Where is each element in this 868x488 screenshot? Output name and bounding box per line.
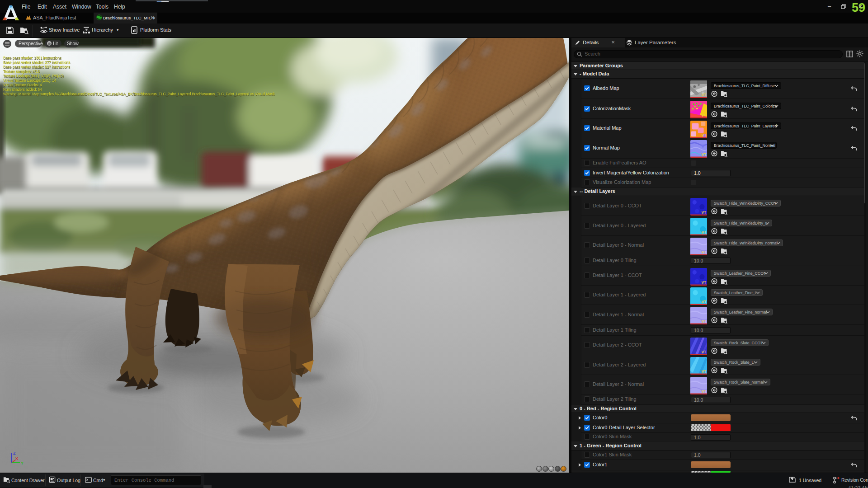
svg-text:VT: VT [702, 350, 707, 354]
svg-text:Y: Y [21, 461, 24, 465]
svg-text:VT: VT [702, 230, 707, 235]
svg-text:VT: VT [702, 389, 707, 394]
svg-text:VT: VT [702, 93, 707, 97]
svg-text:VT: VT [702, 319, 707, 324]
svg-text:VT: VT [702, 250, 707, 254]
svg-text:VT: VT [702, 210, 707, 215]
svg-text:VT: VT [702, 280, 707, 285]
svg-text:VT: VT [702, 369, 707, 374]
svg-text:VT: VT [702, 152, 707, 157]
svg-text:X: X [15, 456, 18, 461]
svg-text:VT: VT [702, 113, 707, 117]
svg-text:Z: Z [13, 451, 16, 455]
svg-text:VT: VT [702, 133, 707, 137]
svg-text:VT: VT [702, 300, 707, 304]
